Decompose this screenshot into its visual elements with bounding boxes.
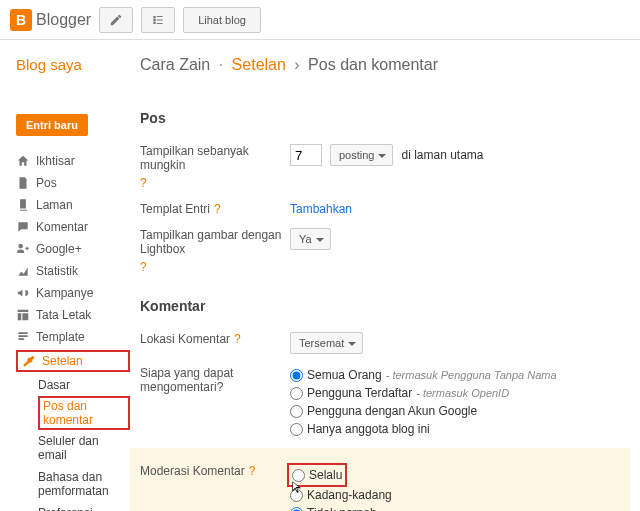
nav-label: Komentar [36, 220, 88, 234]
help-icon[interactable]: ? [140, 260, 147, 274]
subnav-search-pref[interactable]: Preferensi penelusuran [38, 502, 130, 511]
bc-sep: · [219, 56, 223, 73]
radio-members-input[interactable] [290, 423, 303, 436]
nav-settings[interactable]: Setelan [16, 350, 130, 372]
label-who-can: Siapa yang dapat mengomentari? [140, 366, 290, 394]
bc-settings[interactable]: Setelan [232, 56, 286, 73]
comment-location-dropdown[interactable]: Tersemat [290, 332, 363, 354]
moderation-highlight: Moderasi Komentar ? Selalu Kadang-kadang [130, 448, 630, 511]
subnav-lang-format[interactable]: Bahasa dan pemformatan [38, 466, 130, 502]
ctrl-moderation: Selalu Kadang-kadang Tidak pernah [290, 464, 620, 511]
new-post-button[interactable]: Entri baru [16, 114, 88, 136]
radio-label: Hanya anggota blog ini [307, 422, 430, 436]
radio-label: Pengguna dengan Akun Google [307, 404, 477, 418]
view-blog-label: Lihat blog [198, 14, 246, 26]
settings-subnav: Dasar Pos dan komentar Seluler dan email… [38, 374, 130, 511]
posts-heading: Pos [140, 110, 620, 126]
nav-comments[interactable]: Komentar [16, 216, 130, 238]
nav-label: Statistik [36, 264, 78, 278]
help-icon[interactable]: ? [140, 176, 147, 190]
bc-sep: › [294, 56, 299, 73]
nav-label: Ikhtisar [36, 154, 75, 168]
post-count-input[interactable] [290, 144, 322, 166]
body-row: Entri baru Ikhtisar Pos Laman Komentar G… [0, 88, 640, 511]
nav-template[interactable]: Template [16, 326, 130, 348]
add-template-link[interactable]: Tambahkan [290, 202, 352, 216]
dd-label: posting [339, 149, 374, 161]
posting-unit-dropdown[interactable]: posting [330, 144, 393, 166]
ctrl-comment-location: Tersemat [290, 332, 620, 354]
nav-campaigns[interactable]: Kampanye [16, 282, 130, 304]
radio-members[interactable]: Hanya anggota blog ini [290, 420, 430, 438]
breadcrumb: Cara Zain · Setelan › Pos dan komentar [140, 56, 620, 74]
radio-anyone-input[interactable] [290, 369, 303, 382]
radio-label: Tidak pernah [307, 506, 377, 511]
radio-google[interactable]: Pengguna dengan Akun Google [290, 402, 477, 420]
radio-never[interactable]: Tidak pernah [290, 504, 377, 511]
label-lightbox: Tampilkan gambar dengan Lightbox ? [140, 228, 290, 274]
ctrl-post-template: Tambahkan [290, 202, 620, 216]
radio-hint: - termasuk OpenID [416, 387, 509, 399]
nav-posts[interactable]: Pos [16, 172, 130, 194]
help-icon[interactable]: ? [234, 332, 241, 346]
lightbox-dropdown[interactable]: Ya [290, 228, 331, 250]
my-blogs-label[interactable]: Blog saya [16, 56, 130, 73]
nav-label: Laman [36, 198, 73, 212]
nav-label: Tata Letak [36, 308, 91, 322]
posts-list-button[interactable] [141, 7, 175, 33]
label-text: Moderasi Komentar [140, 464, 245, 478]
radio-sometimes[interactable]: Kadang-kadang [290, 486, 392, 504]
help-icon[interactable]: ? [249, 464, 256, 478]
view-blog-button[interactable]: Lihat blog [183, 7, 261, 33]
nav-label: Template [36, 330, 85, 344]
bc-blogname[interactable]: Cara Zain [140, 56, 210, 73]
nav-pages[interactable]: Laman [16, 194, 130, 216]
template-icon [16, 330, 30, 344]
googleplus-icon [16, 242, 30, 256]
label-text: Tampilkan gambar dengan Lightbox [140, 228, 290, 256]
sidebar: Blog saya [0, 40, 130, 88]
subnav-posts-comments[interactable]: Pos dan komentar [38, 396, 130, 430]
main-layout: Blog saya Cara Zain · Setelan › Pos dan … [0, 40, 640, 88]
label-text: Lokasi Komentar [140, 332, 230, 346]
list-icon [151, 13, 165, 27]
help-icon[interactable]: ? [214, 202, 221, 216]
ctrl-show-max: posting di laman utama [290, 144, 620, 166]
bc-page: Pos dan komentar [308, 56, 438, 73]
row-show-max: Tampilkan sebanyak mungkin ? posting di … [140, 138, 620, 196]
stats-icon [16, 264, 30, 278]
ctrl-who-can: Semua Orang - termasuk Pengguna Tanpa Na… [290, 366, 620, 438]
brand-name: Blogger [36, 11, 91, 29]
row-post-template: Templat Entri ? Tambahkan [140, 196, 620, 222]
compose-button[interactable] [99, 7, 133, 33]
nav-stats[interactable]: Statistik [16, 260, 130, 282]
content-area: Cara Zain · Setelan › Pos dan komentar [130, 40, 640, 88]
nav-label: Kampanye [36, 286, 93, 300]
house-icon [16, 154, 30, 168]
radio-google-input[interactable] [290, 405, 303, 418]
settings-content: Pos Tampilkan sebanyak mungkin ? posting… [130, 88, 640, 511]
subnav-basic[interactable]: Dasar [38, 374, 130, 396]
logo-icon: B [10, 9, 32, 31]
nav-overview[interactable]: Ikhtisar [16, 150, 130, 172]
radio-never-input[interactable] [290, 507, 303, 512]
subnav-mobile-email[interactable]: Seluler dan email [38, 430, 130, 466]
layout-icon [16, 308, 30, 322]
nav-label: Setelan [42, 354, 83, 368]
row-lightbox: Tampilkan gambar dengan Lightbox ? Ya [140, 222, 620, 280]
nav-layout[interactable]: Tata Letak [16, 304, 130, 326]
radio-hint: - termasuk Pengguna Tanpa Nama [386, 369, 557, 381]
radio-registered[interactable]: Pengguna Terdaftar - termasuk OpenID [290, 384, 509, 402]
blogger-logo[interactable]: B Blogger [10, 9, 91, 31]
dd-label: Ya [299, 233, 312, 245]
dd-label: Tersemat [299, 337, 344, 349]
radio-anyone[interactable]: Semua Orang - termasuk Pengguna Tanpa Na… [290, 366, 557, 384]
nav-googleplus[interactable]: Google+ [16, 238, 130, 260]
ctrl-lightbox: Ya [290, 228, 620, 250]
radio-registered-input[interactable] [290, 387, 303, 400]
comments-heading: Komentar [140, 298, 620, 314]
radio-always[interactable]: Selalu [292, 466, 342, 484]
document-icon [16, 176, 30, 190]
pages-icon [16, 198, 30, 212]
sidebar-nav: Entri baru Ikhtisar Pos Laman Komentar G… [0, 88, 130, 511]
